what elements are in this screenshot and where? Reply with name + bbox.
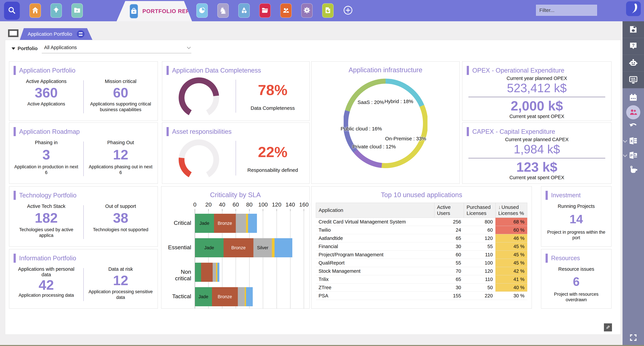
edit-dashboard-button[interactable]: ✎ (604, 323, 612, 332)
bar-segment-blue-series (217, 263, 219, 282)
col-purchased-licenses[interactable]: Purchased Licenses (464, 203, 496, 218)
search-button[interactable] (4, 2, 20, 20)
bar-segment-bronze: Bronze (212, 287, 238, 306)
card-top10-unused: Top 10 unused applications Application A… (311, 186, 532, 309)
card-information-portfolio: Information Portfolio Applications with … (9, 249, 158, 309)
cell-active-users: 65 (434, 234, 464, 242)
cell-purchased-licenses: 60 (464, 226, 496, 234)
chevron-down-icon[interactable] (623, 138, 627, 143)
bar-segment-silver (238, 287, 245, 306)
dashboards-button[interactable] (196, 3, 208, 18)
bar-segment-blue-series (248, 214, 257, 233)
donut-segment-label: On-Premise : 33% (385, 136, 426, 141)
horizontal-divider (468, 158, 606, 158)
kpi-active-tech-stack: Active Tech Stack 182 Techologies used b… (9, 202, 83, 242)
kpi-value: 60 (113, 85, 128, 100)
axis-tick: 100 (258, 201, 268, 208)
excel-export-button[interactable]: X (622, 134, 644, 148)
table-row: QualiReport5510045 % (316, 259, 527, 267)
powerpoint-export-button[interactable]: P (622, 148, 644, 163)
users-button[interactable] (280, 3, 292, 18)
fullscreen-button[interactable] (622, 333, 644, 343)
card-title: Technology Portfolio (14, 191, 158, 200)
active-highlight (626, 105, 640, 119)
kpi-value: 360 (35, 85, 58, 100)
card-title: Investment (546, 191, 611, 200)
donut-segment-saas (347, 81, 386, 111)
kpi-value: 3 (42, 147, 50, 162)
cell-active-users: 65 (434, 275, 464, 284)
cell-application: Twilio (316, 226, 434, 234)
robot-icon (628, 58, 638, 68)
title-accent-bar (14, 254, 16, 263)
col-application[interactable]: Application (316, 203, 434, 218)
files-button[interactable] (259, 3, 271, 18)
energy-folder-button[interactable] (72, 3, 83, 18)
people-view-button[interactable] (622, 105, 644, 119)
people-pink-icon (628, 107, 638, 117)
brand-logo[interactable] (626, 1, 641, 16)
gauge-value: 78% (258, 81, 288, 99)
people-icon (282, 6, 290, 15)
cell-purchased-licenses: 55 (464, 242, 496, 251)
card-resources: Resources Resource issues 6 Project with… (541, 249, 612, 309)
filter-input[interactable] (536, 5, 597, 16)
models-button[interactable] (238, 3, 250, 18)
stacked-bar-essential: JadeBronzeSilver (195, 238, 292, 257)
subtab-menu-button[interactable] (77, 30, 84, 38)
calendar-icon (628, 93, 638, 103)
title-accent-bar (14, 191, 16, 200)
tab-portfolio-reporting[interactable]: PORTFOLIO REPORTING (116, 1, 192, 21)
cell-active-users: 55 (434, 259, 464, 267)
table-row: PSA15522030 % (316, 292, 527, 300)
help-button[interactable]: ? (622, 38, 644, 55)
axis-tick: 0 (193, 201, 196, 208)
fullscreen-icon (628, 333, 638, 343)
title-accent-bar (166, 127, 169, 136)
calendar-button[interactable] (622, 91, 644, 105)
kpi-mission-critical: Mission critical 60 Applications support… (84, 77, 158, 116)
kpi-out-of-support: Out of support 38 Technologies not suppo… (84, 202, 158, 242)
home-button[interactable] (30, 3, 41, 18)
panel-toggle-button[interactable] (8, 29, 18, 37)
axis-tick: 40 (219, 201, 226, 208)
cell-active-users: 30 (434, 284, 464, 292)
ideas-button[interactable] (50, 3, 62, 18)
top-toolbar: PORTFOLIO REPORTING ♞ (0, 0, 644, 21)
shapes-icon (240, 6, 248, 15)
bar-segment-jade: Jade (195, 214, 214, 233)
col-active-users[interactable]: Active Users (434, 203, 464, 218)
bar-segment-blue-series (274, 238, 292, 257)
strategy-button[interactable]: ♞ (217, 3, 229, 18)
gauge-arc (182, 158, 190, 175)
home-icon (31, 6, 39, 15)
title-accent-bar (14, 66, 16, 75)
undo-button[interactable] (622, 119, 644, 134)
reports-button[interactable] (322, 3, 334, 18)
cell-unused-percent: 68 % (496, 218, 527, 226)
card-opex: OPEX - Operational Expenditure Current y… (462, 61, 612, 121)
kpi-value: 14 (570, 213, 583, 226)
assistant-button[interactable] (622, 55, 644, 72)
cell-active-users: 155 (434, 292, 464, 300)
kpi-value: 42 (38, 278, 54, 293)
settings-button[interactable] (301, 3, 312, 18)
display-settings-button[interactable] (622, 72, 644, 88)
subtab-application-portfolio[interactable]: Application Portfolio (20, 28, 92, 40)
cell-purchased-licenses: 120 (464, 234, 496, 242)
bar-segment-jade (195, 263, 201, 282)
cell-purchased-licenses: 800 (464, 218, 496, 226)
cell-active-users: 70 (434, 267, 464, 275)
col-unused-licenses[interactable]: ↓Unused Licenses % (496, 203, 527, 218)
portfolio-filter-label[interactable]: Portfolio (12, 46, 38, 51)
add-tab-button[interactable] (342, 5, 354, 16)
subtab-label: Application Portfolio (28, 31, 72, 37)
cell-application: Financial (316, 242, 434, 251)
portfolio-select-value: All Applications (44, 45, 77, 50)
coffee-button[interactable] (622, 163, 644, 177)
cell-application: Stock Management (316, 267, 434, 275)
excel-icon: X (628, 136, 638, 146)
portfolio-select[interactable]: All Applications (42, 44, 191, 53)
chevron-down-icon[interactable] (623, 153, 627, 157)
save-button[interactable] (622, 21, 644, 38)
